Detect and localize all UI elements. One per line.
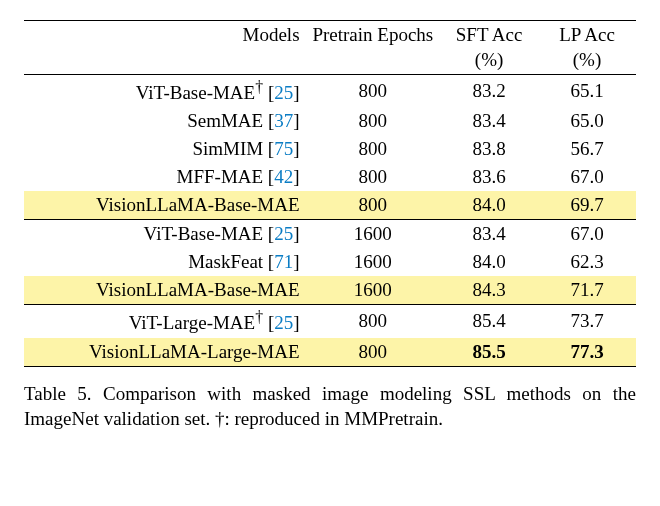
table-caption: Table 5. Comparison with masked image mo… — [24, 381, 636, 432]
table-header-row: ModelsPretrain EpochsSFT AccLP Acc — [24, 21, 636, 50]
table-row: VisionLLaMA-Base-MAE80084.069.7 — [24, 191, 636, 220]
table-row: MFF-MAE [42]80083.667.0 — [24, 163, 636, 191]
table-row: VisionLLaMA-Base-MAE160084.371.7 — [24, 276, 636, 305]
table-row: VisionLLaMA-Large-MAE80085.577.3 — [24, 338, 636, 367]
table-row: SemMAE [37]80083.465.0 — [24, 107, 636, 135]
table-row: ViT-Base-MAE [25]160083.467.0 — [24, 220, 636, 249]
table-row: MaskFeat [71]160084.062.3 — [24, 248, 636, 276]
table-row: ViT-Base-MAE† [25]80083.265.1 — [24, 75, 636, 108]
results-table: ModelsPretrain EpochsSFT AccLP Acc(%)(%)… — [24, 20, 636, 367]
table-row: ViT-Large-MAE† [25]80085.473.7 — [24, 305, 636, 338]
table-row: SimMIM [75]80083.856.7 — [24, 135, 636, 163]
